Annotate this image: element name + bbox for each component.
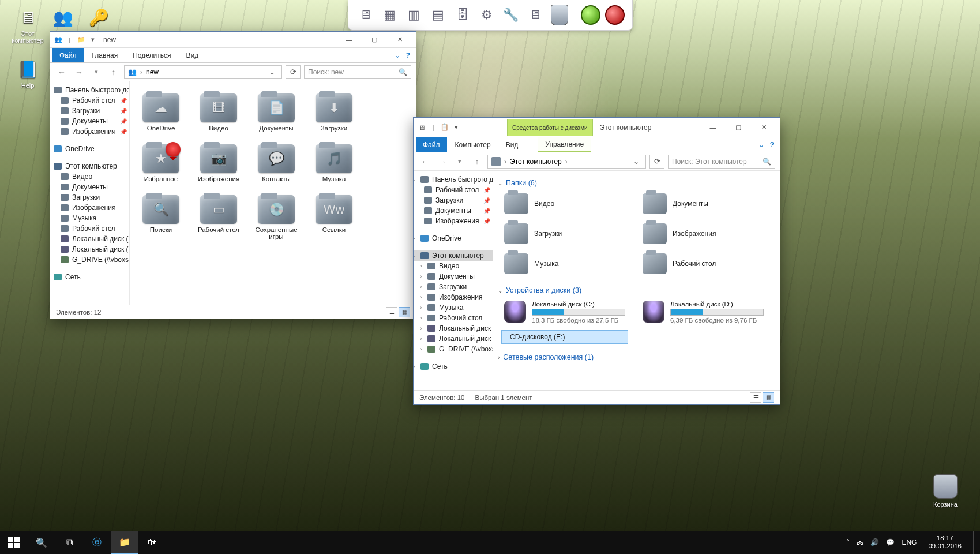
folder-item[interactable]: Изображения [640,220,767,247]
drive-item[interactable]: Локальный диск (C:) 18,3 ГБ свободно из … [501,298,628,327]
close-button[interactable]: ✕ [751,119,776,135]
nav-network[interactable]: Сеть [50,272,129,282]
tray-clock[interactable]: 18:17 09.01.2016 [923,534,966,551]
titlebar[interactable]: 👥 | 📁 ▾ new — ▢ ✕ [50,32,416,48]
nav-quick-access[interactable]: ⌄Панель быстрого доступа [414,174,493,185]
folder-tile[interactable]: 📄Документы [249,87,304,134]
maximize-button[interactable]: ▢ [362,32,387,47]
qat-icon[interactable]: 📁 [77,35,86,44]
launcher-slot[interactable]: 🖥 [524,3,547,27]
nav-item[interactable]: Рабочий стол📌 [414,185,493,195]
minimize-button[interactable]: — [700,119,726,135]
launcher-slot[interactable]: ▥ [403,3,426,27]
tab-home[interactable]: Главная [85,48,125,62]
nav-item[interactable]: Рабочий стол [50,223,129,234]
nav-this-pc[interactable]: Этот компьютер [50,161,129,171]
task-view-button[interactable]: ⧉ [55,531,83,554]
nav-item[interactable]: Документы📌 [414,205,493,216]
qat-caret-icon[interactable]: ▾ [452,123,461,132]
nav-forward-button[interactable]: → [72,65,86,79]
tab-share[interactable]: Поделиться [126,48,178,62]
titlebar[interactable]: 🖥 | 📋 ▾ Средства работы с дисками Этот к… [414,118,780,137]
help-icon[interactable]: ? [770,141,774,149]
launcher-slot[interactable]: 🗄 [451,3,474,27]
tray-volume-icon[interactable]: 🔊 [870,538,879,546]
view-details-button[interactable]: ☰ [750,392,761,403]
nav-onedrive[interactable]: ›OneDrive [414,233,493,244]
folder-tile[interactable]: ★Избранное [133,138,189,185]
recycle-bin[interactable]: Корзина [923,474,967,508]
nav-item[interactable]: G_DRIVE (\\vboxsrv) (Z:) [50,254,129,265]
launcher-shutdown[interactable] [603,3,626,27]
tab-file[interactable]: Файл [52,48,84,62]
tab-view[interactable]: Вид [499,137,525,152]
cd-drive-item[interactable]: CD-дисковод (E:) [501,330,628,344]
tab-computer[interactable]: Компьютер [448,137,498,152]
nav-network[interactable]: ›Сеть [414,361,493,372]
start-button[interactable] [0,531,28,554]
collapse-icon[interactable]: ⌄ [414,177,417,182]
nav-up-button[interactable]: ↑ [107,65,121,79]
launcher-slot[interactable]: 🖥 [354,3,377,27]
launcher-restart[interactable] [579,3,602,27]
desktop-icon-help[interactable]: 📘 Help [6,58,50,89]
expand-icon[interactable]: › [414,364,417,369]
nav-item[interactable]: Загрузки📌 [414,195,493,205]
tray-network-icon[interactable]: 🖧 [857,538,863,546]
qat-caret-icon[interactable]: ▾ [88,35,97,44]
nav-item[interactable]: ›Рабочий стол [414,313,493,323]
launcher-slot[interactable]: ▤ [427,3,450,27]
drive-item[interactable]: Локальный диск (D:) 6,39 ГБ свободно из … [640,298,767,327]
qat-icon[interactable]: 🖥 [417,123,426,132]
ribbon-expand-icon[interactable]: ⌄ [395,51,400,59]
key-icon[interactable]: 🔑 [89,8,109,27]
folder-tile[interactable]: 🎞Видео [191,87,246,134]
tab-view[interactable]: Вид [179,48,205,62]
nav-item[interactable]: Загрузки [50,192,129,203]
address-bar[interactable]: › Этот компьютер › ⌄ [487,155,646,169]
content-area[interactable]: ⌄Папки (6) ВидеоДокументыЗагрузкиИзображ… [493,171,780,390]
folder-item[interactable]: Музыка [501,250,628,277]
content-area[interactable]: ☁OneDrive🎞Видео📄Документы⬇Загрузки★Избра… [130,81,416,305]
minimize-button[interactable]: — [336,32,362,47]
nav-up-button[interactable]: ↑ [470,155,484,169]
address-dropdown-icon[interactable]: ⌄ [630,158,642,166]
folder-tile[interactable]: 💿Сохраненные игры [249,189,304,243]
folder-item[interactable]: Загрузки [501,220,628,247]
collapse-icon[interactable]: ⌄ [414,253,417,259]
nav-onedrive[interactable]: OneDrive [50,144,129,154]
nav-item[interactable]: Музыка [50,213,129,223]
help-icon[interactable]: ? [406,51,410,59]
qat-icon[interactable]: 📋 [440,123,449,132]
folder-tile[interactable]: ▭Рабочий стол [191,189,246,243]
nav-item[interactable]: Документы📌 [50,116,129,126]
tray-notifications-icon[interactable]: 💬 [886,538,895,546]
maximize-button[interactable]: ▢ [726,119,751,135]
nav-item[interactable]: Локальный диск (D:) [50,244,129,254]
nav-item[interactable]: Изображения📌 [414,216,493,226]
folder-tile[interactable]: ☁OneDrive [133,87,189,134]
nav-item[interactable]: Изображения [50,203,129,213]
folder-tile[interactable]: 💬Контакты [249,138,304,185]
store-button[interactable]: 🛍 [138,531,166,554]
address-bar[interactable]: 👥 › new ⌄ [124,65,282,79]
tab-file[interactable]: Файл [416,137,447,152]
contacts-icon[interactable]: 👥 [53,8,73,27]
ribbon-expand-icon[interactable]: ⌄ [759,141,764,149]
view-large-button[interactable]: ▦ [399,307,410,317]
view-details-button[interactable]: ☰ [386,307,397,317]
tab-manage[interactable]: Управление [538,137,591,152]
refresh-button[interactable]: ⟳ [649,155,664,169]
nav-item[interactable]: ›Локальный диск (D:) [414,334,493,344]
close-button[interactable]: ✕ [387,32,412,47]
nav-this-pc[interactable]: ⌄Этот компьютер [414,250,493,261]
tray-language[interactable]: ENG [902,538,917,546]
nav-item[interactable]: ›G_DRIVE (\\vboxsrv) (Z:) [414,344,493,354]
refresh-button[interactable]: ⟳ [286,65,301,79]
search-button[interactable]: 🔍 [28,531,55,554]
section-network[interactable]: ›Сетевые расположения (1) [497,351,776,365]
launcher-trash[interactable] [548,3,571,27]
expand-icon[interactable]: › [414,235,417,241]
nav-quick-access[interactable]: Панель быстрого доступа [50,85,129,95]
nav-item[interactable]: Рабочий стол📌 [50,95,129,106]
